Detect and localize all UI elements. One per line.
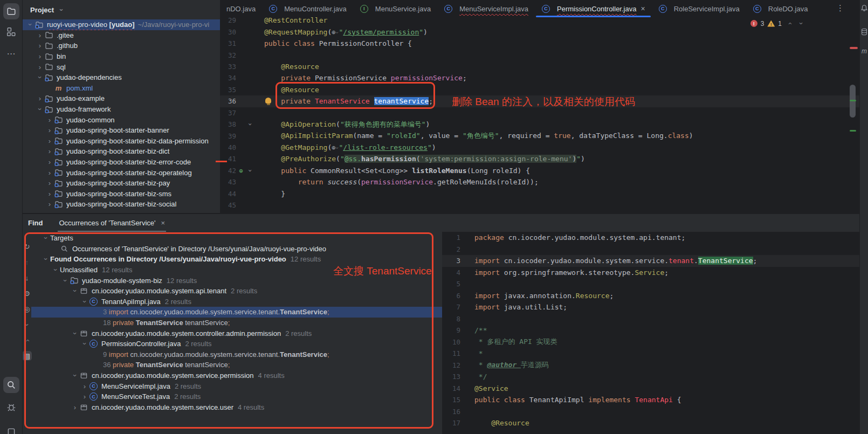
endpoint-gutter-icon[interactable]: ⊕ bbox=[239, 167, 243, 175]
close-icon[interactable]: × bbox=[640, 4, 645, 13]
chevron-right-icon[interactable]: › bbox=[45, 126, 54, 134]
code-line-43[interactable]: 43 return success(permissionService.getR… bbox=[220, 176, 859, 188]
project-tree-row[interactable]: ›bin bbox=[23, 51, 220, 62]
find-group-row[interactable]: ›Found Occurrences in Directory /Users/y… bbox=[31, 254, 442, 265]
chevron-right-icon[interactable]: › bbox=[45, 169, 54, 177]
chevron-right-icon[interactable]: › bbox=[36, 63, 44, 71]
project-tree-row[interactable]: ›yudao-spring-boot-starter-biz-operatelo… bbox=[23, 167, 220, 178]
project-tree-row[interactable]: ›yudao-spring-boot-starter-biz-pay bbox=[23, 178, 220, 189]
find-result-row[interactable]: 3 import cn.iocoder.yudao.module.system.… bbox=[31, 307, 442, 318]
project-tree-row[interactable]: ›sql bbox=[23, 61, 220, 72]
chevron-right-icon[interactable]: › bbox=[71, 403, 79, 411]
chevron-down-icon[interactable]: › bbox=[42, 255, 50, 263]
preview-line-11[interactable]: 11 * bbox=[442, 348, 859, 360]
preview-line-8[interactable]: 8 bbox=[442, 313, 859, 325]
arrow-down-icon[interactable]: ↓ bbox=[22, 273, 32, 283]
chevron-down-icon[interactable]: › bbox=[71, 329, 79, 337]
preview-line-15[interactable]: 15public class TenantApiImpl implements … bbox=[442, 394, 859, 406]
chevron-down-icon[interactable]: › bbox=[71, 371, 79, 380]
collapse-icon[interactable]: › bbox=[22, 335, 32, 345]
code-line-42[interactable]: 42⊕› public CommonResult<Set<Long>> list… bbox=[220, 165, 859, 176]
prev-error-icon[interactable]: › bbox=[785, 19, 794, 27]
find-group-row[interactable]: ›cn.iocoder.yudao.module.system.service.… bbox=[31, 370, 442, 381]
find-group-row[interactable]: ›cn.iocoder.yudao.module.system.service.… bbox=[31, 402, 442, 413]
chevron-right-icon[interactable]: › bbox=[45, 158, 54, 166]
chevron-down-icon[interactable]: › bbox=[80, 340, 89, 348]
code-line-44[interactable]: 44 } bbox=[220, 188, 859, 199]
expand-icon[interactable]: › bbox=[22, 320, 32, 329]
chevron-right-icon[interactable]: › bbox=[36, 42, 44, 50]
project-tree-row[interactable]: ›yudao-spring-boot-starter-biz-sms bbox=[23, 189, 220, 199]
code-line-31[interactable]: 31public class PermissionController { bbox=[220, 38, 859, 49]
chevron-down-icon[interactable]: › bbox=[26, 20, 35, 29]
find-group-row[interactable]: ›cn.iocoder.yudao.module.system.api.tena… bbox=[31, 286, 442, 297]
fold-chevron-icon[interactable]: › bbox=[246, 120, 255, 128]
pin-icon[interactable]: ◎ bbox=[22, 304, 32, 314]
settings-icon[interactable]: ⚙ bbox=[22, 288, 32, 298]
preview-icon[interactable]: ▤ bbox=[22, 351, 32, 361]
preview-line-1[interactable]: 1package cn.iocoder.yudao.module.system.… bbox=[442, 232, 859, 244]
find-group-row[interactable]: ›cn.iocoder.yudao.module.system.controll… bbox=[31, 328, 442, 339]
project-tree-row[interactable]: ›ruoyi-vue-pro-video [yudao]~/Java/ruoyi… bbox=[23, 19, 220, 30]
preview-line-4[interactable]: 4import org.springframework.stereotype.S… bbox=[442, 267, 859, 279]
project-tree-row[interactable]: ›yudao-spring-boot-starter-biz-social bbox=[23, 199, 220, 210]
bookmarks-icon[interactable] bbox=[3, 424, 19, 434]
search-icon[interactable] bbox=[3, 377, 19, 393]
chevron-down-icon[interactable]: › bbox=[42, 234, 50, 242]
chevron-right-icon[interactable]: › bbox=[36, 31, 44, 39]
code-line-34[interactable]: 34 private PermissionService permissionS… bbox=[220, 72, 859, 84]
project-panel-header[interactable]: Project › bbox=[23, 0, 220, 19]
project-folder-icon[interactable] bbox=[3, 3, 19, 19]
preview-line-10[interactable]: 10 * 多租户的 API 实现类 bbox=[442, 336, 859, 348]
find-group-row[interactable]: Occurrences of 'TenantService' in Direct… bbox=[31, 244, 442, 254]
project-tree-row[interactable]: ›yudao-spring-boot-starter-biz-dict bbox=[23, 146, 220, 157]
debug-icon[interactable] bbox=[3, 399, 19, 415]
project-tree-row[interactable]: ›.github bbox=[23, 40, 220, 51]
preview-editor[interactable]: 1package cn.iocoder.yudao.module.system.… bbox=[442, 232, 859, 434]
find-results-tab[interactable]: Occurrences of 'TenantService' × bbox=[59, 214, 165, 232]
code-line-40[interactable]: 40 @GetMapping(⊕›"/list-role-resources") bbox=[220, 142, 859, 153]
next-error-icon[interactable]: › bbox=[797, 19, 805, 27]
project-tree-row[interactable]: ›yudao-example bbox=[23, 93, 220, 104]
preview-line-2[interactable]: 2 bbox=[442, 244, 859, 256]
code-line-32[interactable]: 32 bbox=[220, 49, 859, 60]
code-editor[interactable]: 29@RestController30@RequestMapping(⊕›"/s… bbox=[220, 15, 859, 211]
refresh-icon[interactable]: ↻ bbox=[22, 242, 32, 251]
preview-line-17[interactable]: 17 @Resource bbox=[442, 417, 859, 429]
find-group-row[interactable]: ›CMenuServiceImpl.java2 results bbox=[31, 381, 442, 391]
preview-line-12[interactable]: 12 * @author 芋道源码 bbox=[442, 360, 859, 371]
chevron-down-icon[interactable]: › bbox=[36, 105, 44, 113]
chevron-down-icon[interactable]: › bbox=[71, 287, 79, 295]
chevron-right-icon[interactable]: › bbox=[45, 147, 54, 155]
chevron-down-icon[interactable]: › bbox=[23, 336, 31, 345]
inspections-widget[interactable]: ! 3 ! 1 › › bbox=[750, 19, 805, 27]
project-tree-row[interactable]: ›yudao-framework bbox=[23, 104, 220, 115]
chevron-down-icon[interactable]: › bbox=[61, 277, 70, 285]
preview-line-9[interactable]: 9/** bbox=[442, 325, 859, 336]
find-group-row[interactable]: ›CMenuServiceTest.java2 results bbox=[31, 391, 442, 402]
chevron-right-icon[interactable]: › bbox=[45, 179, 54, 187]
find-group-row[interactable]: ›CPermissionController.java2 results bbox=[31, 339, 442, 349]
notifications-bell-icon[interactable] bbox=[860, 4, 868, 12]
chevron-right-icon[interactable]: › bbox=[80, 382, 89, 390]
chevron-right-icon[interactable]: › bbox=[36, 52, 44, 60]
tabs-more-icon[interactable]: ⋮ bbox=[836, 3, 844, 13]
chevron-down-icon[interactable]: › bbox=[36, 73, 44, 81]
preview-line-6[interactable]: 6import javax.annotation.Resource; bbox=[442, 290, 859, 302]
find-result-row[interactable]: 18 private TenantService tenantService; bbox=[31, 318, 442, 328]
arrow-up-icon[interactable]: ↑ bbox=[22, 257, 32, 267]
database-icon[interactable] bbox=[860, 28, 868, 36]
more-icon[interactable]: ⋯ bbox=[3, 45, 19, 61]
project-tree-row[interactable]: ›.gitee bbox=[23, 30, 220, 41]
project-tree-row[interactable]: ›yudao-common bbox=[23, 114, 220, 125]
preview-line-13[interactable]: 13 */ bbox=[442, 371, 859, 383]
preview-line-3[interactable]: 3import cn.iocoder.yudao.module.system.s… bbox=[442, 255, 859, 267]
chevron-down-icon[interactable]: › bbox=[51, 266, 60, 274]
chevron-right-icon[interactable]: › bbox=[45, 137, 54, 145]
project-tree-row[interactable]: ›yudao-dependencies bbox=[23, 72, 220, 83]
project-tree-row[interactable]: ›yudao-spring-boot-starter-banner bbox=[23, 125, 220, 136]
close-icon[interactable]: × bbox=[161, 219, 166, 227]
chevron-right-icon[interactable]: › bbox=[80, 392, 89, 401]
find-group-row[interactable]: ›Targets bbox=[31, 233, 442, 244]
preview-line-16[interactable]: 16 bbox=[442, 406, 859, 418]
